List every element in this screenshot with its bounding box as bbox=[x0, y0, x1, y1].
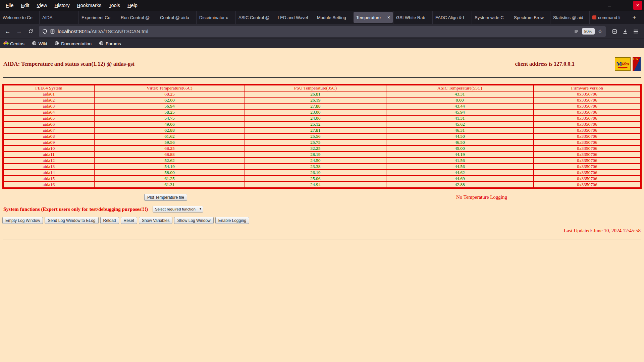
tab-label: LED and Wavef bbox=[278, 15, 311, 20]
tab-label: GSI White Rab bbox=[396, 15, 430, 20]
browser-tab[interactable]: Control @ aida bbox=[157, 11, 196, 24]
bookmark-wiki[interactable]: Wiki bbox=[32, 41, 47, 47]
browser-tab[interactable]: Module Setting bbox=[314, 11, 353, 24]
maximize-button[interactable] bbox=[619, 1, 628, 10]
cell-fw: 0x3350706 bbox=[534, 158, 641, 164]
menu-item-file[interactable]: File bbox=[2, 0, 17, 11]
send-log-window-to-elog-button[interactable]: Send Log Window to ELog bbox=[45, 217, 98, 224]
globe-icon bbox=[54, 41, 59, 47]
menu-item-view[interactable]: View bbox=[33, 0, 51, 11]
browser-tab[interactable]: Welcome to Ce bbox=[0, 11, 39, 24]
cell-asic: 44.69 bbox=[386, 176, 534, 182]
cell-virtex: 52.62 bbox=[94, 158, 245, 164]
cell-fw: 0x3350706 bbox=[534, 170, 641, 176]
cell-name: aida06 bbox=[3, 121, 94, 127]
reset-button[interactable]: Reset bbox=[121, 217, 137, 224]
browser-tab[interactable]: command li bbox=[589, 11, 629, 24]
table-row: aida1458.0026.1944.620x3350706 bbox=[3, 170, 641, 176]
reload-button[interactable]: Reload bbox=[100, 217, 119, 224]
browser-tab[interactable]: AIDA bbox=[39, 11, 78, 24]
menu-item-tools[interactable]: Tools bbox=[105, 0, 124, 11]
bookmark-centos[interactable]: Centos bbox=[4, 41, 24, 46]
cell-fw: 0x3350706 bbox=[534, 103, 641, 109]
bookmarks-toolbar: CentosWikiDocumentationForums bbox=[0, 39, 644, 48]
bookmark-documentation[interactable]: Documentation bbox=[54, 41, 92, 47]
forward-button[interactable]: → bbox=[14, 26, 24, 37]
browser-tab[interactable]: Spectrum Brow bbox=[511, 11, 550, 24]
browser-tab[interactable]: GSI White Rab bbox=[393, 11, 432, 24]
tab-label: ASIC Control @ bbox=[238, 15, 272, 20]
cell-name: aida05 bbox=[3, 115, 94, 121]
function-select[interactable]: Select required function bbox=[153, 206, 203, 213]
table-row: aida1661.3124.9442.880x3350706 bbox=[3, 182, 641, 188]
zoom-level-badge[interactable]: 80% bbox=[582, 28, 595, 35]
show-variables-button[interactable]: Show Variables bbox=[139, 217, 173, 224]
menu-bar: FileEditViewHistoryBookmarksToolsHelp bbox=[0, 0, 141, 11]
tab-label: command li bbox=[598, 15, 626, 20]
show-log-window-button[interactable]: Show Log Window bbox=[174, 217, 213, 224]
close-button[interactable]: × bbox=[633, 1, 642, 10]
last-updated-text: Last Updated: June 10, 2024 12:45:58 bbox=[0, 228, 644, 234]
menu-item-history[interactable]: History bbox=[51, 0, 73, 11]
reload-icon bbox=[28, 29, 33, 34]
table-footer: Plot Temperature file No Temperature Log… bbox=[0, 194, 644, 201]
cell-fw: 0x3350706 bbox=[534, 91, 641, 97]
plot-temperature-button[interactable]: Plot Temperature file bbox=[144, 194, 187, 201]
browser-tab[interactable]: Statistics @ aid bbox=[550, 11, 589, 24]
browser-tab[interactable]: Experiment Co bbox=[78, 11, 118, 24]
cell-virtex: 58.00 bbox=[94, 170, 245, 176]
table-body: aida0168.2526.8143.310x3350706aida0262.0… bbox=[3, 91, 641, 188]
cell-asic: 44.19 bbox=[386, 152, 534, 158]
title-bar: FileEditViewHistoryBookmarksToolsHelp – … bbox=[0, 0, 644, 11]
menu-item-edit[interactable]: Edit bbox=[17, 0, 33, 11]
cell-name: aida09 bbox=[3, 139, 94, 145]
tab-close-icon[interactable]: × bbox=[387, 15, 390, 20]
download-icon[interactable] bbox=[623, 29, 628, 34]
reload-button[interactable] bbox=[25, 26, 36, 37]
browser-tab[interactable]: LED and Wavef bbox=[275, 11, 314, 24]
tab-label: Control @ aida bbox=[160, 15, 194, 20]
browser-tab[interactable]: Temperature× bbox=[354, 12, 393, 23]
browser-tab[interactable]: System wide C bbox=[472, 11, 511, 24]
shield-icon[interactable] bbox=[42, 29, 47, 34]
menu-item-help[interactable]: Help bbox=[124, 0, 141, 11]
hamburger-menu-icon[interactable] bbox=[633, 29, 639, 34]
url-bar[interactable]: localhost:8015/AIDA/TSCAN/TSCAN.tml 80% … bbox=[39, 26, 606, 37]
empty-log-window-button[interactable]: Empty Log Window bbox=[2, 217, 43, 224]
cell-asic: 44.50 bbox=[386, 133, 534, 139]
cell-name: aida11 bbox=[3, 152, 94, 158]
browser-tab[interactable]: Discriminator c bbox=[196, 11, 235, 24]
cell-psu: 24.94 bbox=[245, 182, 386, 188]
bookmark-star-icon[interactable]: ☆ bbox=[598, 28, 602, 35]
cell-psu: 23.38 bbox=[245, 164, 386, 170]
enable-logging-button[interactable]: Enable Logging bbox=[215, 217, 249, 224]
logging-status-text: No Temperature Logging bbox=[456, 194, 507, 200]
browser-tab[interactable]: FADC Align & L bbox=[432, 11, 472, 24]
menu-item-bookmarks[interactable]: Bookmarks bbox=[73, 0, 105, 11]
minimize-button[interactable]: – bbox=[605, 1, 614, 10]
bookmark-label: Forums bbox=[106, 41, 121, 46]
cell-psu: 27.81 bbox=[245, 127, 386, 133]
browser-tab[interactable]: Run Control @ bbox=[118, 11, 157, 24]
cell-psu: 26.19 bbox=[245, 170, 386, 176]
cell-fw: 0x3350706 bbox=[534, 133, 641, 139]
table-row: aida1252.6224.5041.560x3350706 bbox=[3, 158, 641, 164]
page-info-icon[interactable] bbox=[50, 29, 55, 34]
browser-window: { "browser": { "menu": ["File", "Edit", … bbox=[0, 0, 644, 362]
column-header: FEE64 System bbox=[3, 85, 94, 91]
bookmark-forums[interactable]: Forums bbox=[99, 41, 121, 47]
url-host: localhost:8015 bbox=[58, 28, 90, 34]
cell-psu: 25.12 bbox=[245, 121, 386, 127]
table-header-row: FEE64 SystemVirtex Temperature(65C)PSU T… bbox=[3, 85, 641, 91]
new-tab-button[interactable]: + bbox=[629, 11, 640, 24]
cell-virtex: 68.25 bbox=[94, 145, 245, 152]
reader-view-icon[interactable] bbox=[574, 29, 579, 34]
cell-name: aida13 bbox=[3, 164, 94, 170]
cell-virtex: 54.75 bbox=[94, 115, 245, 121]
url-path: /AIDA/TSCAN/TSCAN.tml bbox=[90, 28, 148, 34]
pocket-icon[interactable] bbox=[612, 29, 617, 34]
back-button[interactable]: ← bbox=[3, 26, 13, 37]
browser-tab[interactable]: ASIC Control @ bbox=[235, 11, 275, 24]
centos-icon bbox=[4, 41, 8, 46]
system-functions-row: System functions (Expert users only for … bbox=[0, 205, 644, 213]
